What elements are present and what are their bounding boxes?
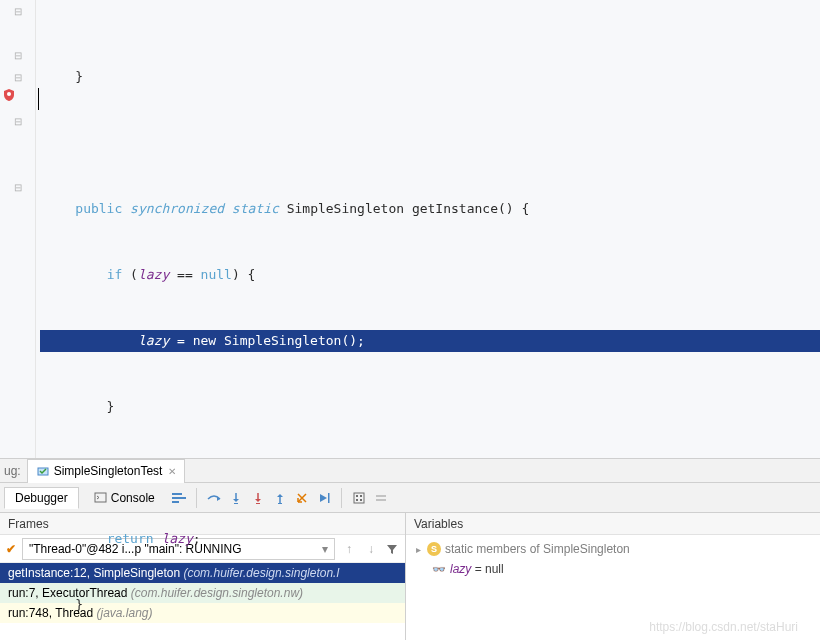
type: SimpleSingleton [287,201,404,216]
keyword: public [75,201,122,216]
keyword: null [201,267,232,282]
code-editor[interactable]: ⊟ ⊟ ⊟ ⊟ ⊟ } public synchronized static S… [0,0,820,458]
checkmark-icon: ✔ [6,542,16,556]
keyword: synchronized [130,201,224,216]
code-text: ( [130,267,138,282]
svg-rect-16 [376,499,386,501]
svg-point-0 [7,92,11,96]
code-content[interactable]: } public synchronized static SimpleSingl… [36,0,820,458]
keyword: new [193,333,216,348]
code-text: ; [193,531,201,546]
field: lazy [138,333,169,348]
breakpoint-icon[interactable] [2,88,16,105]
field: lazy [138,267,169,282]
keyword: if [107,267,123,282]
svg-rect-15 [376,495,386,497]
code-text: = [169,333,192,348]
editor-gutter[interactable]: ⊟ ⊟ ⊟ ⊟ ⊟ [0,0,36,458]
code-text: } [44,597,83,612]
keyword: static [232,201,279,216]
fold-start-icon[interactable]: ⊟ [14,50,22,61]
field: lazy [161,531,192,546]
method-name: getInstance() { [412,201,529,216]
type: SimpleSingleton(); [216,333,365,348]
text-caret [38,88,39,110]
keyword: return [107,531,154,546]
fold-end-icon[interactable]: ⊟ [14,6,22,17]
fold-start-icon[interactable]: ⊟ [14,72,22,83]
execution-line: lazy = new SimpleSingleton(); [40,330,820,352]
code-text: } [44,69,83,84]
code-text: == [169,267,200,282]
code-text: } [44,399,114,414]
fold-end-icon[interactable]: ⊟ [14,182,22,193]
debug-label: ug: [4,464,21,478]
trace-current-icon [372,489,390,507]
fold-end-icon[interactable]: ⊟ [14,116,22,127]
code-text: ) { [232,267,255,282]
watermark-text: https://blog.csdn.net/staHuri [649,620,798,634]
